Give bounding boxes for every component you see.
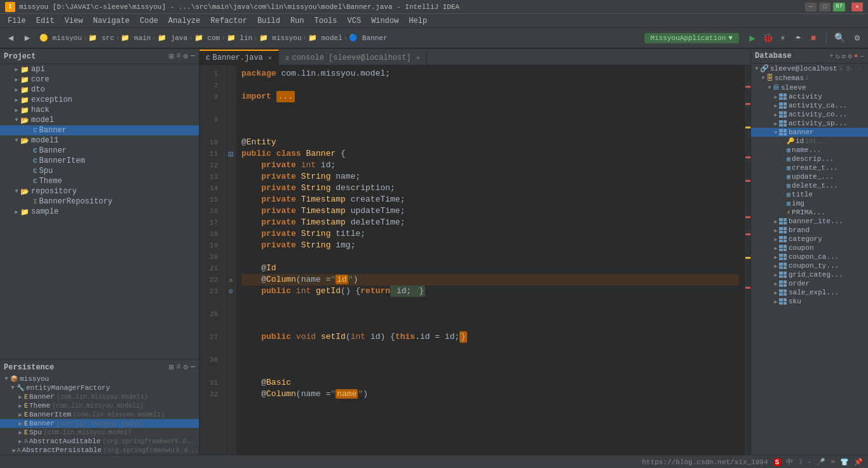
menu-view[interactable]: View [60, 15, 88, 27]
menu-refactor[interactable]: Refactor [205, 15, 252, 27]
db-table-banner[interactable]: ▼ banner [751, 128, 868, 137]
stop-button[interactable]: ■ [806, 31, 820, 45]
tree-item-repository[interactable]: ▼ 📂 repository [0, 186, 199, 196]
menu-analyze[interactable]: Analyze [163, 15, 205, 27]
tab-console[interactable]: ≥ console [sleeve@localhost] ✕ [279, 51, 427, 65]
ime-s-button[interactable]: S [773, 458, 782, 466]
menu-code[interactable]: Code [135, 15, 163, 27]
menu-tools[interactable]: Tools [309, 15, 342, 27]
db-table-order[interactable]: ▶ order [751, 279, 868, 288]
persist-collapse-icon[interactable]: — [191, 362, 195, 372]
db-col-name[interactable]: ▦ name... [751, 146, 868, 155]
tree-item-api[interactable]: ▶ 📁 api [0, 64, 199, 74]
tree-item-spu[interactable]: C Spu [0, 166, 199, 176]
bc-model[interactable]: 📁 model [308, 34, 342, 42]
persist-missyou[interactable]: ▼ 📦 missyou [0, 375, 199, 383]
tree-item-bannerrepo[interactable]: I BannerRepository [0, 196, 199, 207]
db-collapse-icon[interactable]: — [860, 52, 864, 60]
persist-spu-p[interactable]: ▶ E Spu (com.lin.missyou.model) [0, 428, 199, 437]
bc-lin[interactable]: 📁 lin [227, 34, 252, 42]
menu-build[interactable]: Build [252, 15, 285, 27]
db-table-activity-cat[interactable]: ▶ activity_ca... [751, 101, 868, 110]
persist-emf[interactable]: ▼ 🔧 entityManagerFactory [0, 383, 199, 392]
db-table-activity[interactable]: ▶ activity [751, 92, 868, 101]
tab-close-banner[interactable]: ✕ [268, 54, 272, 62]
tab-banner-java[interactable]: C Banner.java ✕ [200, 50, 279, 65]
tree-item-hack[interactable]: ▶ 📁 hack [0, 105, 199, 115]
bc-missyou2[interactable]: 📁 missyou [259, 34, 302, 42]
menu-edit[interactable]: Edit [31, 15, 60, 27]
db-col-img[interactable]: ▦ img [751, 199, 868, 208]
bc-missyou[interactable]: 🟡 missyou [39, 34, 82, 42]
db-table-grid-categ[interactable]: ▶ grid_categ... [751, 270, 868, 279]
bc-src[interactable]: 📁 src [88, 34, 114, 42]
menu-vcs[interactable]: VCS [342, 15, 367, 27]
db-sleeve-schema[interactable]: ▼ 🏛 sleeve [751, 83, 868, 92]
tree-item-banneritem[interactable]: C BannerItem [0, 156, 199, 166]
settings-button[interactable]: ⚙ [850, 31, 864, 45]
db-col-id[interactable]: 🔑 id int... [751, 137, 868, 146]
database-panel-header[interactable]: Database + ↻ ⇄ ⚙ ● — [751, 49, 868, 64]
menu-run[interactable]: Run [285, 15, 309, 27]
persist-layout-icon[interactable]: ⊞ [169, 362, 173, 372]
bc-banner[interactable]: 🔵 Banner [349, 34, 387, 42]
tree-item-dto[interactable]: ▶ 📁 dto [0, 85, 199, 95]
db-table-banner-item[interactable]: ▶ banner_ite... [751, 217, 868, 226]
project-panel-header[interactable]: Project ⊞ ≡ ⚙ — [0, 49, 199, 64]
db-connection[interactable]: ▼ 🔗 sleeve@localhost 1 g... [751, 64, 868, 73]
tree-item-model[interactable]: ▼ 📂 model [0, 115, 199, 125]
debug-button[interactable]: 🐞 [761, 31, 775, 45]
db-settings-icon[interactable]: ⚙ [848, 52, 852, 60]
project-collapse-icon[interactable]: — [191, 52, 195, 61]
db-table-sku[interactable]: ▶ sku [751, 297, 868, 306]
db-schemas[interactable]: ▼ 🗄 schemas 1 [751, 73, 868, 83]
db-col-title[interactable]: ▦ title [751, 190, 868, 199]
tree-item-banner2[interactable]: C Banner [0, 146, 199, 156]
db-table-activity-sp[interactable]: ▶ activity_sp... [751, 119, 868, 128]
menu-file[interactable]: File [3, 15, 31, 27]
tree-item-core[interactable]: ▶ 📁 core [0, 74, 199, 85]
run-config-selector[interactable]: MissyouApplication ▼ [644, 33, 739, 43]
persist-banneritem-p[interactable]: ▶ E BannerItem (com.lin.missyou.model1) [0, 410, 199, 419]
project-settings-icon[interactable]: ⚙ [184, 52, 188, 61]
menu-navigate[interactable]: Navigate [88, 15, 135, 27]
db-table-category[interactable]: ▶ category [751, 235, 868, 244]
persist-banner-p2[interactable]: ▶ E Banner (com.lin.missyou.model) [0, 419, 199, 428]
close-button[interactable]: ✕ [851, 3, 863, 11]
persistence-panel-header[interactable]: Persistence ⊞ ≡ ⚙ — [0, 360, 199, 375]
db-table-brand[interactable]: ▶ brand [751, 226, 868, 235]
db-col-create[interactable]: ▦ create_t... [751, 163, 868, 172]
db-table-coupon-ca[interactable]: ▶ coupon_ca... [751, 252, 868, 261]
menu-help[interactable]: Help [403, 15, 432, 27]
tree-item-sample[interactable]: ▶ 📁 sample [0, 207, 199, 217]
search-everywhere-button[interactable]: 🔍 [832, 31, 846, 45]
forward-button[interactable]: ▶ [20, 31, 34, 45]
minimize-button[interactable]: ─ [805, 3, 817, 11]
coverage-button[interactable]: ☂ [791, 31, 805, 45]
run-button[interactable]: ▶ [745, 31, 759, 45]
tree-item-theme[interactable]: C Theme [0, 176, 199, 186]
project-sort-icon[interactable]: ≡ [176, 52, 180, 61]
menu-window[interactable]: Window [366, 15, 403, 27]
db-table-coupon-ty[interactable]: ▶ coupon_ty... [751, 261, 868, 270]
tree-item-model1[interactable]: ▼ 📂 model1 [0, 135, 199, 146]
bc-main[interactable]: 📁 main [121, 34, 151, 42]
db-col-update[interactable]: ▦ update_... [751, 172, 868, 181]
db-table-activity-co[interactable]: ▶ activity_co... [751, 110, 868, 119]
db-table-sale-expl[interactable]: ▶ sale_expl... [751, 288, 868, 297]
persist-abstract-p[interactable]: ▶ A AbstractPersistable (org.springframe… [0, 446, 199, 455]
profile-button[interactable]: ⚡ [776, 31, 790, 45]
db-table-coupon[interactable]: ▶ coupon [751, 244, 868, 252]
persist-banner-p[interactable]: ▶ E Banner (com.lin.missyou.model1) [0, 392, 199, 401]
import-collapsed[interactable]: ... [276, 91, 295, 102]
persist-theme-p[interactable]: ▶ E Theme (com.lin.missyou.model1) [0, 401, 199, 410]
db-refresh-icon[interactable]: ↻ [836, 52, 840, 60]
code-editor[interactable]: package com.lin.missyou.model ; import .… [236, 65, 744, 455]
db-sync-icon[interactable]: ⇄ [842, 52, 846, 60]
tab-close-console[interactable]: ✕ [416, 54, 420, 62]
editor-content[interactable]: 1 2 3 9 10 11 12 13 14 15 16 17 18 19 20… [200, 65, 750, 455]
db-col-primary[interactable]: ⚡ PRIMA... [751, 208, 868, 217]
bc-com[interactable]: 📁 com [194, 34, 220, 42]
persist-settings-icon[interactable]: ⚙ [184, 362, 188, 372]
maximize-button[interactable]: □ [819, 3, 831, 11]
